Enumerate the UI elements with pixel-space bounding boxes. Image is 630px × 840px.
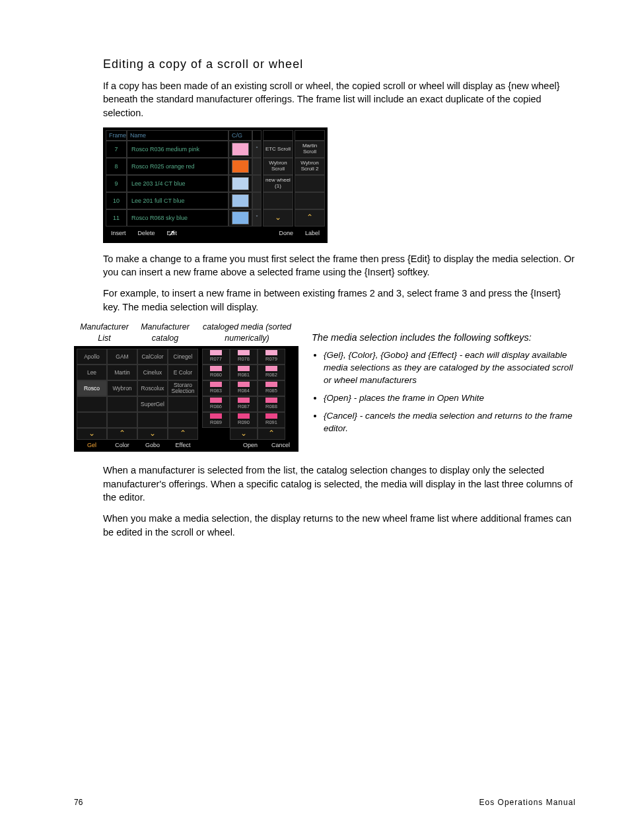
scroll-preset-button[interactable]: ETC Scroll — [263, 141, 293, 158]
gel-softkey[interactable]: Gel — [77, 441, 107, 450]
frame-number[interactable]: 10 — [106, 192, 127, 209]
page-up-button[interactable]: ⌃ — [107, 428, 137, 440]
media-item[interactable]: R082 — [258, 365, 285, 380]
scrollbar[interactable] — [252, 192, 262, 209]
insert-button[interactable]: Insert — [111, 229, 126, 238]
scrollbar[interactable] — [252, 175, 262, 192]
frame-name[interactable]: Rosco R036 medium pink — [127, 141, 228, 158]
media-item[interactable]: R077 — [202, 349, 230, 365]
scroll-preset-button[interactable]: Wybron Scroll 2 — [295, 158, 325, 175]
page-down-button[interactable]: ⌄ — [230, 428, 258, 440]
softkey-list: {Gel}, {Color}, {Gobo} and {Effect} - ea… — [312, 349, 576, 435]
paragraph-5: When you make a media selection, the dis… — [103, 512, 576, 539]
softkey-intro: The media selection includes the followi… — [312, 331, 576, 344]
scrollbar[interactable]: ˄ — [252, 141, 262, 158]
catalog-item[interactable]: E Color — [168, 365, 198, 380]
catalog-item — [168, 412, 198, 428]
media-item[interactable]: R088 — [258, 396, 285, 412]
frame-number[interactable]: 11 — [106, 209, 127, 227]
frame-name[interactable]: Rosco R068 sky blue — [127, 209, 228, 227]
frame-swatch — [228, 192, 252, 209]
frame-swatch — [228, 175, 252, 192]
media-item[interactable]: R090 — [230, 412, 258, 428]
paragraph-1: If a copy has been made of an existing s… — [103, 79, 576, 120]
col-name: Name — [127, 130, 228, 141]
frame-name[interactable]: Lee 203 1/4 CT blue — [127, 175, 228, 192]
label-button[interactable]: Label — [305, 229, 320, 238]
manufacturer-item — [107, 396, 137, 412]
manufacturer-item[interactable]: GAM — [107, 349, 137, 365]
media-item[interactable]: R081 — [230, 365, 258, 380]
softkey-list-item: {Open} - places the frame in Open White — [324, 392, 576, 405]
frame-swatch — [228, 209, 252, 227]
frame-number[interactable]: 7 — [106, 141, 127, 158]
frame-name[interactable]: Rosco R025 orange red — [127, 158, 228, 175]
catalog-item — [137, 412, 168, 428]
manufacturer-item[interactable]: Wybron — [107, 380, 137, 396]
frame-name[interactable]: Lee 201 full CT blue — [127, 192, 228, 209]
page-up-button[interactable]: ⌃ — [295, 209, 325, 227]
edit-button[interactable]: Edit — [167, 229, 178, 238]
media-item[interactable]: R078 — [230, 349, 258, 365]
media-item[interactable]: R083 — [202, 380, 230, 396]
media-item[interactable]: R080 — [202, 365, 230, 380]
page-down-button[interactable]: ⌄ — [77, 428, 107, 440]
page-down-button[interactable]: ⌄ — [137, 428, 168, 440]
effect-softkey[interactable]: Effect — [168, 441, 198, 450]
manufacturer-item — [77, 412, 107, 428]
media-selection-screenshot: ApolloLeeRoscoGAMMartinWybronCalColorCin… — [74, 346, 298, 452]
media-item[interactable]: R086 — [202, 396, 230, 412]
page-up-button[interactable]: ⌃ — [258, 428, 285, 440]
media-item[interactable]: R091 — [258, 412, 285, 428]
catalog-item[interactable]: Roscolux — [137, 380, 168, 396]
page-down-button[interactable]: ⌄ — [263, 209, 293, 227]
catalog-item[interactable]: SuperGel — [137, 396, 168, 412]
scroll-preset-button[interactable] — [263, 192, 293, 209]
col-frame: Frame — [106, 130, 127, 141]
manufacturer-item[interactable]: Lee — [77, 365, 107, 380]
paragraph-4: When a manufacturer is selected from the… — [103, 464, 576, 504]
softkey-list-item: {Gel}, {Color}, {Gobo} and {Effect} - ea… — [324, 349, 576, 387]
manufacturer-item[interactable]: Apollo — [77, 349, 107, 365]
gobo-softkey[interactable]: Gobo — [137, 441, 168, 450]
manufacturer-item[interactable]: Rosco — [77, 380, 107, 396]
frame-editor-screenshot: Frame Name C/G 7Rosco R036 medium pink˄E… — [103, 127, 328, 243]
page-up-button[interactable]: ⌃ — [168, 428, 198, 440]
scrollbar[interactable]: ˅ — [252, 209, 262, 227]
cancel-softkey[interactable]: Cancel — [265, 441, 296, 450]
scroll-preset-button[interactable]: Martin Scroll — [295, 141, 325, 158]
color-softkey[interactable]: Color — [107, 441, 137, 450]
manufacturer-item[interactable]: Martin — [107, 365, 137, 380]
catalog-item[interactable]: Cinegel — [168, 349, 198, 365]
paragraph-2: To make a change to a frame you must fir… — [103, 252, 576, 279]
frame-swatch — [228, 158, 252, 175]
frame-swatch — [228, 141, 252, 158]
delete-button[interactable]: Delete — [138, 229, 155, 238]
done-button[interactable]: Done — [279, 229, 293, 238]
manufacturer-item — [77, 396, 107, 412]
media-item[interactable]: R084 — [230, 380, 258, 396]
manual-title: Eos Operations Manual — [479, 797, 576, 808]
media-item[interactable]: R079 — [258, 349, 285, 365]
media-item[interactable]: R085 — [258, 380, 285, 396]
catalog-item[interactable]: CalColor — [137, 349, 168, 365]
frame-number[interactable]: 9 — [106, 175, 127, 192]
paragraph-3: For example, to insert a new frame in be… — [103, 287, 576, 314]
col-cg: C/G — [228, 130, 252, 141]
open-softkey[interactable]: Open — [235, 441, 265, 450]
fig2-column-labels: Manufacturer List Manufacturer catalog c… — [74, 322, 298, 345]
scroll-preset-button[interactable] — [295, 192, 325, 209]
manufacturer-item — [107, 412, 137, 428]
media-item[interactable]: R087 — [230, 396, 258, 412]
page-number: 76 — [74, 797, 83, 808]
scroll-preset-button[interactable]: Wybron Scroll — [263, 158, 293, 175]
frame-number[interactable]: 8 — [106, 158, 127, 175]
catalog-item[interactable]: Cinelux — [137, 365, 168, 380]
scroll-preset-button[interactable] — [295, 175, 325, 192]
catalog-item — [168, 396, 198, 412]
section-heading: Editing a copy of a scroll or wheel — [103, 56, 576, 73]
scroll-preset-button[interactable]: new wheel (1) — [263, 175, 293, 192]
catalog-item[interactable]: Storaro Selection — [168, 380, 198, 396]
scrollbar[interactable] — [252, 158, 262, 175]
media-item[interactable]: R089 — [202, 412, 230, 428]
